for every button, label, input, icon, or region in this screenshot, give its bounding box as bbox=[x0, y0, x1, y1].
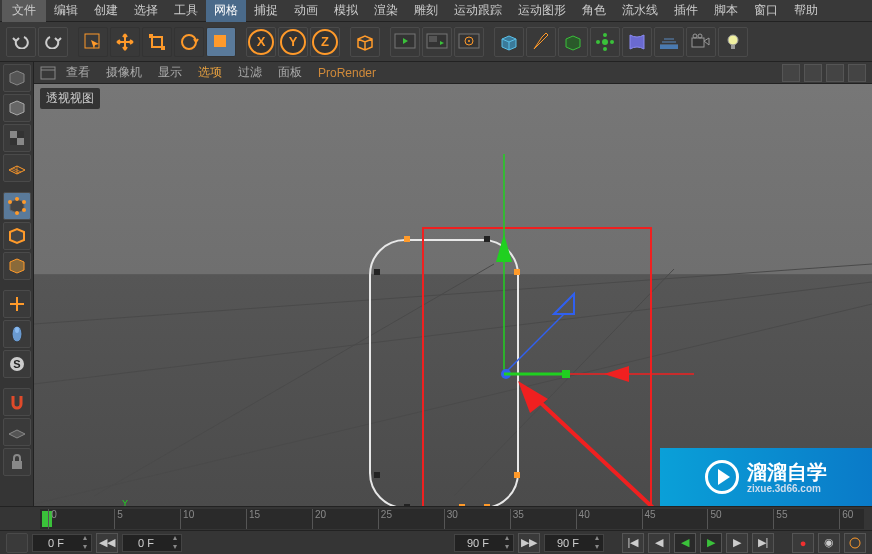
menu-render[interactable]: 渲染 bbox=[366, 0, 406, 22]
viewport-solo-button[interactable]: S bbox=[3, 350, 31, 378]
vp-nav-layout-icon[interactable] bbox=[848, 64, 866, 82]
menu-plugins[interactable]: 插件 bbox=[666, 0, 706, 22]
menu-select[interactable]: 选择 bbox=[126, 0, 166, 22]
menu-file[interactable]: 文件 bbox=[2, 0, 46, 22]
current-frame-field[interactable]: ▴▾ bbox=[122, 534, 182, 552]
main-toolbar: X Y Z bbox=[0, 22, 872, 62]
array-button[interactable] bbox=[590, 27, 620, 57]
render-settings-button[interactable] bbox=[454, 27, 484, 57]
coord-system-button[interactable] bbox=[350, 27, 380, 57]
menu-pipeline[interactable]: 流水线 bbox=[614, 0, 666, 22]
make-editable-button[interactable] bbox=[3, 64, 31, 92]
vp-nav-zoom-icon[interactable] bbox=[804, 64, 822, 82]
viewport-area: 查看 摄像机 显示 选项 过滤 面板 ProRender bbox=[34, 62, 872, 506]
light-button[interactable] bbox=[718, 27, 748, 57]
primitive-button[interactable] bbox=[494, 27, 524, 57]
axis-modification-button[interactable] bbox=[3, 290, 31, 318]
menu-help[interactable]: 帮助 bbox=[786, 0, 826, 22]
undo-button[interactable] bbox=[6, 27, 36, 57]
workspace: S 查看 摄像机 显示 选项 过滤 面板 ProRender bbox=[0, 62, 872, 506]
render-view-button[interactable] bbox=[390, 27, 420, 57]
timeline-tick: 20 bbox=[312, 509, 326, 529]
vp-menu-options[interactable]: 选项 bbox=[192, 62, 228, 83]
vp-menu-prorender[interactable]: ProRender bbox=[312, 64, 382, 82]
range-start-field[interactable]: ▴▾ bbox=[32, 534, 92, 552]
vp-menu-display[interactable]: 显示 bbox=[152, 62, 188, 83]
lock-button[interactable] bbox=[3, 448, 31, 476]
vp-menu-camera[interactable]: 摄像机 bbox=[100, 62, 148, 83]
menu-create[interactable]: 创建 bbox=[86, 0, 126, 22]
range-end-input[interactable] bbox=[455, 537, 501, 549]
key-dope-button[interactable] bbox=[6, 533, 28, 553]
menu-window[interactable]: 窗口 bbox=[746, 0, 786, 22]
snap-button[interactable] bbox=[3, 388, 31, 416]
menu-mograph[interactable]: 运动图形 bbox=[510, 0, 574, 22]
svg-marker-57 bbox=[554, 294, 574, 314]
polygons-mode-button[interactable] bbox=[3, 252, 31, 280]
goto-next-key-button[interactable]: ▶▶ bbox=[518, 533, 540, 553]
spline-pen-button[interactable] bbox=[526, 27, 556, 57]
menu-motion-track[interactable]: 运动跟踪 bbox=[446, 0, 510, 22]
project-end-field[interactable]: ▴▾ bbox=[544, 534, 604, 552]
keyframe-selection-button[interactable] bbox=[844, 533, 866, 553]
goto-start-button[interactable]: |◀ bbox=[622, 533, 644, 553]
left-tool-palette: S bbox=[0, 62, 34, 506]
play-forward-button[interactable]: ▶ bbox=[700, 533, 722, 553]
current-frame-input[interactable] bbox=[123, 537, 169, 549]
axis-x-button[interactable]: X bbox=[246, 27, 276, 57]
workplane-mode-button[interactable] bbox=[3, 154, 31, 182]
model-mode-button[interactable] bbox=[3, 94, 31, 122]
workplane-button[interactable] bbox=[3, 418, 31, 446]
perspective-viewport[interactable]: Y X Z 间距: 100 bbox=[34, 84, 872, 506]
generator-button[interactable] bbox=[558, 27, 588, 57]
svg-point-34 bbox=[15, 327, 19, 333]
menu-edit[interactable]: 编辑 bbox=[46, 0, 86, 22]
viewport-menu-bar: 查看 摄像机 显示 选项 过滤 面板 ProRender bbox=[34, 62, 872, 84]
edges-mode-button[interactable] bbox=[3, 222, 31, 250]
menu-snap[interactable]: 捕捉 bbox=[246, 0, 286, 22]
move-gizmo-icon[interactable] bbox=[424, 144, 704, 404]
viewport-menu-icon[interactable] bbox=[40, 66, 56, 80]
project-end-input[interactable] bbox=[545, 537, 591, 549]
render-picture-button[interactable] bbox=[422, 27, 452, 57]
menu-tools[interactable]: 工具 bbox=[166, 0, 206, 22]
redo-button[interactable] bbox=[38, 27, 68, 57]
menu-script[interactable]: 脚本 bbox=[706, 0, 746, 22]
menu-sculpt[interactable]: 雕刻 bbox=[406, 0, 446, 22]
goto-prev-key-button[interactable]: ◀◀ bbox=[96, 533, 118, 553]
vp-nav-rotate-icon[interactable] bbox=[826, 64, 844, 82]
timeline-track[interactable]: 0 5 10 15 20 25 30 35 40 45 50 55 60 bbox=[40, 509, 864, 529]
environment-button[interactable] bbox=[654, 27, 684, 57]
texture-mode-button[interactable] bbox=[3, 124, 31, 152]
goto-end-button[interactable]: ▶| bbox=[752, 533, 774, 553]
record-key-button[interactable]: ● bbox=[792, 533, 814, 553]
vp-menu-panel[interactable]: 面板 bbox=[272, 62, 308, 83]
axis-z-button[interactable]: Z bbox=[310, 27, 340, 57]
svg-rect-9 bbox=[429, 36, 437, 42]
vp-menu-filter[interactable]: 过滤 bbox=[232, 62, 268, 83]
deformer-button[interactable] bbox=[622, 27, 652, 57]
move-tool[interactable] bbox=[110, 27, 140, 57]
camera-button[interactable] bbox=[686, 27, 716, 57]
step-forward-button[interactable]: ▶ bbox=[726, 533, 748, 553]
autokey-button[interactable]: ◉ bbox=[818, 533, 840, 553]
range-start-input[interactable] bbox=[33, 537, 79, 549]
scale-tool[interactable] bbox=[142, 27, 172, 57]
rotate-tool[interactable] bbox=[174, 27, 204, 57]
step-back-button[interactable]: ◀ bbox=[648, 533, 670, 553]
svg-point-32 bbox=[15, 211, 19, 215]
axis-y-button[interactable]: Y bbox=[278, 27, 308, 57]
points-mode-button[interactable] bbox=[3, 192, 31, 220]
tweak-mode-button[interactable] bbox=[3, 320, 31, 348]
menu-mesh[interactable]: 网格 bbox=[206, 0, 246, 22]
vp-menu-view[interactable]: 查看 bbox=[60, 62, 96, 83]
menu-character[interactable]: 角色 bbox=[574, 0, 614, 22]
vp-nav-move-icon[interactable] bbox=[782, 64, 800, 82]
play-backward-button[interactable]: ◀ bbox=[674, 533, 696, 553]
timeline-ruler[interactable]: 0 5 10 15 20 25 30 35 40 45 50 55 60 bbox=[0, 506, 872, 530]
menu-simulate[interactable]: 模拟 bbox=[326, 0, 366, 22]
menu-animate[interactable]: 动画 bbox=[286, 0, 326, 22]
range-end-field[interactable]: ▴▾ bbox=[454, 534, 514, 552]
live-selection-tool[interactable] bbox=[78, 27, 108, 57]
recent-tool[interactable] bbox=[206, 27, 236, 57]
